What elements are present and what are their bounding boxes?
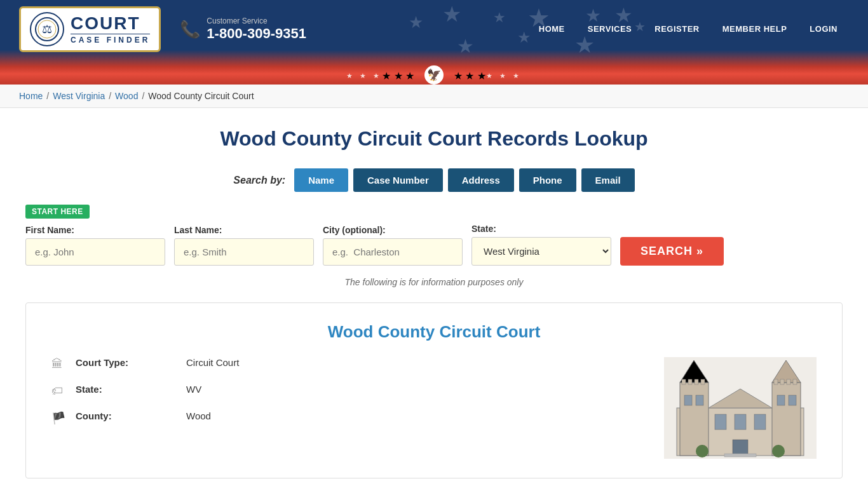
svg-rect-28 xyxy=(793,379,797,384)
main-content: Wood County Circuit Court Records Lookup… xyxy=(0,108,868,488)
svg-rect-23 xyxy=(695,379,698,384)
first-name-input[interactable] xyxy=(25,238,165,266)
main-nav: HOME SERVICES REGISTER MEMBER HELP LOGIN xyxy=(527,24,849,35)
svg-text:⚖: ⚖ xyxy=(42,23,52,36)
logo-text: COURT CASE FINDER xyxy=(71,15,150,44)
breadcrumb-county[interactable]: Wood xyxy=(115,91,138,101)
svg-rect-26 xyxy=(780,379,784,384)
last-name-input[interactable] xyxy=(174,238,314,266)
search-button[interactable]: SEARCH » xyxy=(620,237,724,266)
last-name-group: Last Name: xyxy=(174,225,314,266)
svg-rect-5 xyxy=(680,383,709,456)
city-group: City (optional): xyxy=(323,225,463,266)
tab-phone[interactable]: Phone xyxy=(519,168,576,192)
info-note: The following is for information purpose… xyxy=(25,277,843,287)
svg-rect-6 xyxy=(772,383,801,456)
tab-address[interactable]: Address xyxy=(448,168,514,192)
page-title: Wood County Circuit Court Records Lookup xyxy=(25,127,843,151)
court-type-value: Circuit Court xyxy=(186,357,239,368)
svg-rect-27 xyxy=(787,379,790,384)
city-input[interactable] xyxy=(323,238,463,266)
eagle-icon: 🦅 xyxy=(424,65,444,85)
court-info-card: Wood County Circuit Court 🏛 Court Type: … xyxy=(25,302,843,478)
search-by-label: Search by: xyxy=(233,175,285,186)
state-select[interactable]: West Virginia Alabama Alaska Arizona Ark… xyxy=(471,237,611,266)
svg-rect-18 xyxy=(724,454,756,457)
start-here-badge: START HERE xyxy=(25,205,90,219)
state-label-detail: State: xyxy=(76,384,177,395)
state-icon: 🏷 xyxy=(51,384,67,398)
nav-home[interactable]: HOME xyxy=(527,24,576,35)
svg-rect-21 xyxy=(682,379,686,384)
breadcrumb: Home / West Virginia / Wood / Wood Count… xyxy=(0,85,868,108)
state-value: WV xyxy=(186,384,201,395)
county-label: County: xyxy=(76,410,177,421)
logo-court-label: COURT xyxy=(71,15,150,32)
svg-rect-16 xyxy=(754,414,766,430)
svg-rect-22 xyxy=(688,379,692,384)
court-details: 🏛 Court Type: Circuit Court 🏷 State: WV … xyxy=(51,357,817,459)
first-name-label: First Name: xyxy=(25,225,165,235)
svg-rect-11 xyxy=(696,395,703,405)
svg-rect-14 xyxy=(715,414,726,430)
breadcrumb-current: Wood County Circuit Court xyxy=(148,91,254,101)
breadcrumb-state[interactable]: West Virginia xyxy=(53,91,105,101)
court-card-title: Wood County Circuit Court xyxy=(51,322,817,342)
state-group: State: West Virginia Alabama Alaska Ariz… xyxy=(471,224,611,266)
breadcrumb-home[interactable]: Home xyxy=(19,91,43,101)
tab-email[interactable]: Email xyxy=(581,168,635,192)
site-logo[interactable]: ⚖ COURT CASE FINDER xyxy=(19,6,161,52)
logo-emblem: ⚖ xyxy=(30,12,64,46)
svg-rect-13 xyxy=(789,395,796,405)
search-by-bar: Search by: Name Case Number Address Phon… xyxy=(25,168,843,192)
phone-info: Customer Service 1-800-309-9351 xyxy=(207,17,306,42)
nav-register[interactable]: REGISTER xyxy=(643,24,710,35)
eagle-banner: ★ ★ ★ 🦅 ★ ★ ★ xyxy=(0,67,868,85)
nav-services[interactable]: SERVICES xyxy=(576,24,644,35)
state-row: 🏷 State: WV xyxy=(51,384,651,398)
courthouse-svg xyxy=(664,357,817,459)
county-icon: 🏴 xyxy=(51,411,67,425)
svg-rect-15 xyxy=(735,414,746,430)
svg-rect-24 xyxy=(701,379,705,384)
svg-point-20 xyxy=(772,445,785,458)
phone-number: 1-800-309-9351 xyxy=(207,25,306,42)
logo-casefinder-label: CASE FINDER xyxy=(71,34,150,44)
svg-point-19 xyxy=(696,445,709,458)
breadcrumb-sep-2: / xyxy=(109,91,111,101)
svg-rect-12 xyxy=(777,395,785,405)
breadcrumb-sep-3: / xyxy=(142,91,144,101)
phone-area: 📞 Customer Service 1-800-309-9351 xyxy=(180,17,306,42)
phone-icon: 📞 xyxy=(180,20,200,39)
court-type-icon: 🏛 xyxy=(51,358,67,371)
search-form: First Name: Last Name: City (optional): … xyxy=(25,224,843,266)
banner-stars-left: ★ ★ ★ xyxy=(382,70,414,82)
tab-name[interactable]: Name xyxy=(294,168,348,192)
breadcrumb-sep-1: / xyxy=(46,91,49,101)
svg-rect-10 xyxy=(684,395,692,405)
svg-rect-17 xyxy=(733,440,748,456)
county-value: Wood xyxy=(186,410,211,421)
last-name-label: Last Name: xyxy=(174,225,314,235)
court-type-row: 🏛 Court Type: Circuit Court xyxy=(51,357,651,371)
tab-case-number[interactable]: Case Number xyxy=(353,168,443,192)
court-details-left: 🏛 Court Type: Circuit Court 🏷 State: WV … xyxy=(51,357,651,459)
city-label: City (optional): xyxy=(323,225,463,235)
customer-service-label: Customer Service xyxy=(207,17,306,25)
courthouse-image xyxy=(651,357,817,459)
svg-rect-25 xyxy=(774,379,778,384)
nav-member-help[interactable]: MEMBER HELP xyxy=(711,24,799,35)
nav-login[interactable]: LOGIN xyxy=(798,24,849,35)
state-label: State: xyxy=(471,224,611,234)
banner-stars-right: ★ ★ ★ xyxy=(454,70,486,82)
county-row: 🏴 County: Wood xyxy=(51,410,651,425)
first-name-group: First Name: xyxy=(25,225,165,266)
start-here-badge-wrapper: START HERE xyxy=(25,205,843,224)
court-type-label: Court Type: xyxy=(76,357,177,368)
